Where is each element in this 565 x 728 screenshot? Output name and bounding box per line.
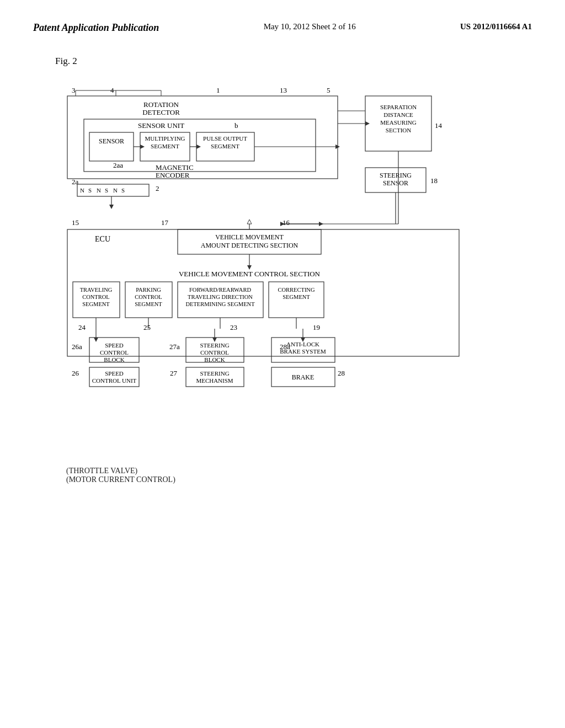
svg-text:BLOCK: BLOCK: [104, 356, 124, 363]
svg-rect-11: [89, 132, 134, 161]
svg-text:CONTROL: CONTROL: [200, 349, 229, 356]
svg-text:MECHANISM: MECHANISM: [196, 377, 233, 384]
svg-text:27: 27: [170, 369, 178, 377]
svg-text:AMOUNT DETECTING SECTION: AMOUNT DETECTING SECTION: [201, 242, 299, 249]
svg-text:DISTANCE: DISTANCE: [383, 111, 413, 118]
svg-text:VEHICLE MOVEMENT: VEHICLE MOVEMENT: [215, 233, 284, 241]
svg-marker-109: [94, 338, 98, 342]
caption-throttle: (THROTTLE VALVE): [66, 467, 499, 475]
diagram-svg: 3 4 1 13 5 ROTATION DETECTOR SENSOR UNIT…: [34, 75, 531, 461]
svg-text:BLOCK: BLOCK: [204, 356, 225, 363]
svg-text:DETECTOR: DETECTOR: [142, 108, 180, 116]
svg-text:SEGMENT: SEGMENT: [82, 301, 110, 307]
svg-text:S: S: [121, 187, 125, 194]
header: Patent Application Publication May 10, 2…: [0, 0, 565, 39]
svg-text:STEERING: STEERING: [380, 172, 412, 179]
svg-text:TRAVELING DIRECTION: TRAVELING DIRECTION: [188, 294, 253, 300]
svg-marker-30: [365, 121, 370, 126]
svg-text:SEPARATION: SEPARATION: [380, 104, 417, 110]
svg-text:N: N: [97, 187, 101, 194]
svg-text:SEGMENT: SEGMENT: [135, 301, 162, 307]
svg-marker-111: [212, 338, 217, 342]
svg-text:S: S: [88, 187, 92, 194]
svg-text:3: 3: [72, 86, 76, 94]
svg-text:18: 18: [430, 176, 438, 185]
diagram-area: Fig. 2 3 4 1 13 5 ROTATION DETECTOR SENS…: [0, 39, 565, 495]
svg-text:16: 16: [282, 218, 290, 227]
svg-text:MAGNETIC: MAGNETIC: [156, 163, 194, 172]
svg-text:26a: 26a: [72, 342, 82, 351]
svg-text:14: 14: [435, 121, 443, 130]
svg-text:27a: 27a: [169, 342, 180, 351]
svg-text:13: 13: [280, 86, 287, 94]
svg-text:25: 25: [143, 323, 151, 331]
svg-text:15: 15: [72, 218, 79, 227]
caption-motor: (MOTOR CURRENT CONTROL): [66, 475, 499, 484]
svg-text:PULSE OUTPUT: PULSE OUTPUT: [203, 135, 247, 142]
svg-text:2aa: 2aa: [113, 161, 123, 169]
figure-label: Fig. 2: [55, 56, 532, 67]
svg-text:MULTIPLYING: MULTIPLYING: [145, 135, 185, 142]
svg-text:CONTROL: CONTROL: [100, 349, 129, 356]
patent-number: US 2012/0116664 A1: [460, 22, 532, 31]
svg-text:S: S: [105, 187, 108, 194]
svg-text:SENSOR UNIT: SENSOR UNIT: [138, 121, 184, 130]
svg-text:VEHICLE MOVEMENT CONTROL SECTI: VEHICLE MOVEMENT CONTROL SECTION: [179, 270, 321, 278]
svg-text:SENSOR: SENSOR: [383, 179, 408, 187]
svg-text:ROTATION: ROTATION: [143, 100, 179, 109]
svg-marker-58: [247, 265, 252, 270]
svg-text:DETERMINING SEGMENT: DETERMINING SEGMENT: [185, 301, 255, 307]
svg-text:SPEED: SPEED: [105, 342, 124, 349]
svg-text:2a: 2a: [72, 178, 79, 186]
svg-text:TRAVELING: TRAVELING: [80, 287, 113, 293]
svg-text:STEERING: STEERING: [200, 342, 229, 349]
svg-text:FORWARD/REARWARD: FORWARD/REARWARD: [189, 287, 251, 293]
page: Patent Application Publication May 10, 2…: [0, 0, 565, 728]
svg-marker-22: [196, 144, 201, 149]
svg-text:SPEED: SPEED: [105, 370, 124, 377]
publication-label: Patent Application Publication: [33, 22, 159, 34]
svg-text:5: 5: [327, 86, 331, 94]
svg-text:SEGMENT: SEGMENT: [151, 143, 179, 149]
svg-text:STEERING: STEERING: [200, 370, 229, 377]
svg-text:24: 24: [78, 323, 86, 331]
svg-text:BRAKE: BRAKE: [292, 373, 315, 381]
caption-area: (THROTTLE VALVE) (MOTOR CURRENT CONTROL): [33, 467, 532, 484]
svg-text:2: 2: [156, 184, 159, 192]
svg-text:SEGMENT: SEGMENT: [211, 143, 239, 149]
svg-text:28: 28: [338, 369, 345, 377]
svg-text:N: N: [113, 187, 118, 194]
svg-text:SENSOR: SENSOR: [99, 137, 124, 145]
svg-text:CONTROL UNIT: CONTROL UNIT: [92, 377, 137, 384]
svg-text:SEGMENT: SEGMENT: [282, 294, 310, 300]
svg-text:17: 17: [161, 218, 169, 227]
svg-marker-128: [247, 220, 252, 224]
svg-text:CORRECTING: CORRECTING: [278, 287, 315, 293]
svg-text:1: 1: [216, 86, 220, 94]
svg-text:ECU: ECU: [95, 235, 110, 243]
svg-text:26: 26: [72, 369, 79, 377]
svg-text:BRAKE SYSTEM: BRAKE SYSTEM: [280, 348, 326, 355]
svg-text:PARKING: PARKING: [136, 287, 161, 293]
svg-marker-118: [319, 222, 323, 226]
svg-text:MEASURING: MEASURING: [380, 119, 416, 126]
svg-text:23: 23: [230, 323, 237, 331]
svg-text:CONTROL: CONTROL: [82, 294, 110, 300]
svg-text:SECTION: SECTION: [386, 127, 412, 133]
svg-text:ENCODER: ENCODER: [156, 171, 190, 179]
svg-text:19: 19: [313, 323, 320, 331]
svg-text:N: N: [80, 187, 84, 194]
sheet-info: May 10, 2012 Sheet 2 of 16: [264, 22, 356, 31]
svg-marker-20: [140, 144, 145, 149]
svg-marker-44: [109, 205, 114, 209]
svg-text:CONTROL: CONTROL: [135, 294, 162, 300]
svg-text:b: b: [234, 121, 238, 130]
